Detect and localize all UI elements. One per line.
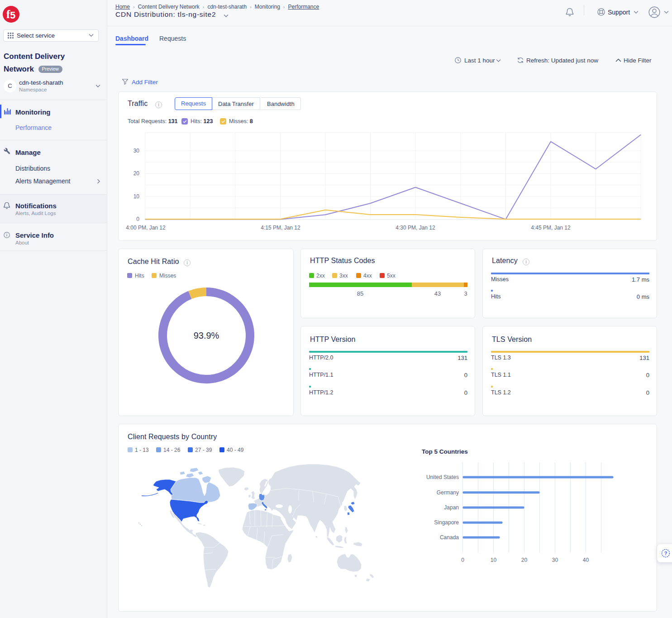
- svg-text:4:45 PM, Jan 12: 4:45 PM, Jan 12: [531, 225, 571, 231]
- svg-text:Japan: Japan: [444, 504, 459, 511]
- svg-text:United States: United States: [426, 474, 459, 480]
- svg-text:93.9%: 93.9%: [194, 331, 219, 340]
- svg-text:Singapore: Singapore: [434, 519, 459, 526]
- svg-text:4:15 PM, Jan 12: 4:15 PM, Jan 12: [261, 225, 300, 231]
- svg-text:4:30 PM, Jan 12: 4:30 PM, Jan 12: [396, 225, 435, 231]
- svg-text:20: 20: [133, 170, 140, 177]
- svg-text:0: 0: [461, 557, 464, 563]
- svg-text:10: 10: [491, 557, 497, 563]
- svg-text:Germany: Germany: [437, 489, 459, 496]
- svg-text:5: 5: [10, 10, 15, 21]
- svg-text:30: 30: [552, 557, 558, 563]
- svg-text:4:00 PM, Jan 12: 4:00 PM, Jan 12: [126, 225, 166, 231]
- svg-text:?: ?: [664, 551, 667, 556]
- svg-text:20: 20: [521, 557, 528, 563]
- svg-text:Canada: Canada: [440, 534, 459, 541]
- svg-text:0: 0: [136, 216, 139, 222]
- svg-text:30: 30: [133, 148, 140, 154]
- svg-text:40: 40: [583, 557, 589, 563]
- svg-text:10: 10: [133, 193, 140, 200]
